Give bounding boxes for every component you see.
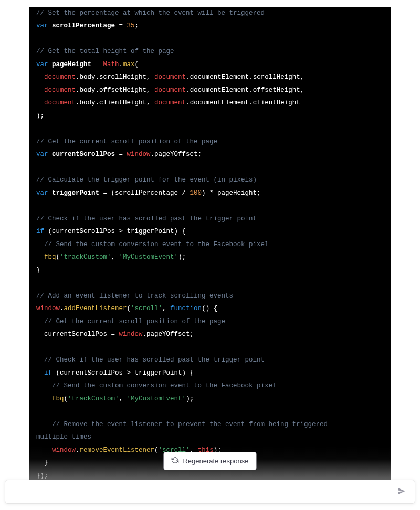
regenerate-label: Regenerate response	[183, 457, 248, 465]
code-comment: multiple times	[36, 433, 91, 441]
code-comment: // Add an event listener to track scroll…	[36, 292, 233, 300]
code-comment: // Send the custom conversion event to t…	[52, 382, 277, 389]
code-comment: // Get the current scroll position of th…	[44, 318, 225, 325]
code-comment: // Get the total height of the page	[36, 48, 174, 55]
chat-input-bar[interactable]	[5, 480, 415, 504]
code-comment: // Check if the user has scrolled past t…	[36, 215, 257, 222]
regenerate-button[interactable]: Regenerate response	[163, 452, 256, 470]
code-keyword: var	[36, 22, 48, 29]
code-comment: // Calculate the trigger point for the e…	[36, 176, 257, 184]
code-comment: // Send the custom conversion event to t…	[44, 241, 269, 248]
send-icon	[397, 486, 406, 497]
code-comment: // Check if the user has scrolled past t…	[44, 356, 265, 364]
code-block: // Set the percentage at which the event…	[29, 7, 391, 483]
code-comment: // Get the current scroll position of th…	[36, 138, 217, 145]
refresh-icon	[171, 456, 178, 465]
code-comment: // Remove the event listener to prevent …	[52, 421, 328, 428]
chat-input[interactable]	[12, 487, 395, 497]
send-button[interactable]	[395, 484, 408, 500]
code-comment: // Set the percentage at which the event…	[36, 9, 265, 17]
